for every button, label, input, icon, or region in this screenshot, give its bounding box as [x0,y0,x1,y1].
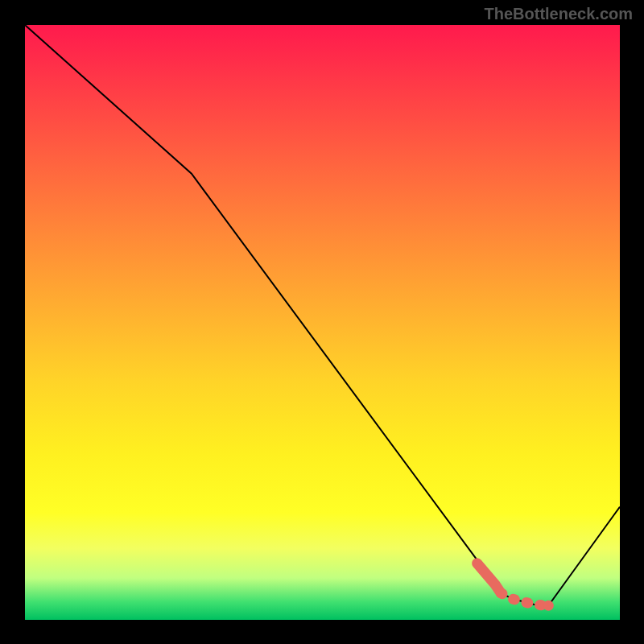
chart-container: TheBottleneck.com [0,0,644,644]
svg-point-0 [543,601,554,611]
highlight-segment [477,564,554,611]
chart-svg [25,25,620,620]
bottleneck-curve [25,25,620,605]
attribution-label: TheBottleneck.com [485,5,633,23]
